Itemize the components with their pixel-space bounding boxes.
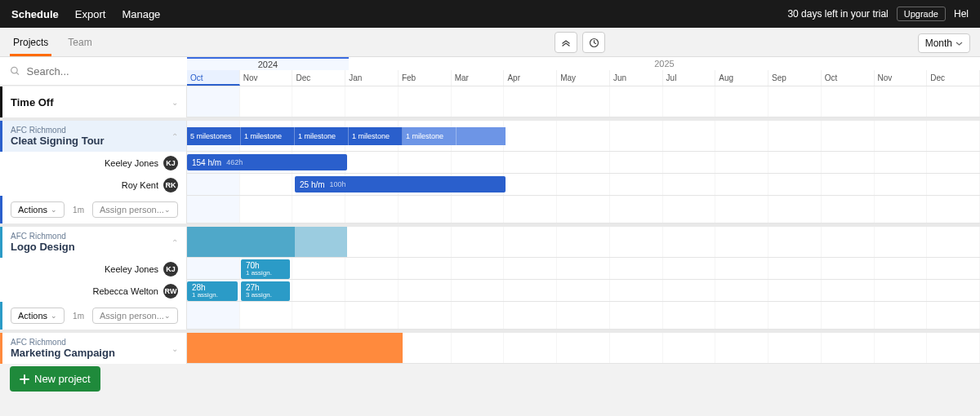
chevron-down-icon[interactable]: ⌄ [172,98,178,107]
help-link[interactable]: Hel [954,8,969,20]
allocation-bar[interactable]: 70h 1 assign. [241,259,290,279]
chevron-up-icon[interactable]: ⌃ [172,238,178,247]
milestone-seg[interactable]: 1 milestone [349,127,403,145]
collapse-all-button[interactable] [555,32,577,53]
milestone-seg[interactable]: 1 milestone [403,127,457,145]
overview-bar[interactable] [187,227,295,257]
content: 2024 2025 Oct Nov Dec Jan Feb Mar Apr Ma… [0,57,980,86]
bar-assign: 1 assign. [246,270,272,277]
actions-timeline [187,196,980,223]
today-button[interactable] [582,32,605,53]
chevron-down-icon: ⌄ [164,312,171,320]
person-timeline[interactable]: 25 h/m 100h [187,174,980,196]
allocation-bar[interactable]: 28h 1 assign. [187,281,238,301]
person-row: Keeley Jones KJ 70h 1 assign. [0,258,980,280]
upgrade-button[interactable]: Upgrade [897,7,946,21]
actions-label: Actions [18,205,47,215]
project-logo-design: AFC Richmond Logo Design ⌃ [0,223,980,258]
zoom-label: Month [925,38,952,49]
project-header[interactable]: AFC Richmond Marketing Campaign ⌄ [0,333,187,364]
project-overview-row[interactable] [187,227,980,258]
person-timeline[interactable]: 28h 1 assign. 27h 3 assign. [187,280,980,302]
new-project-button[interactable]: New project [10,366,100,392]
person-row: Rebecca Welton RW 28h 1 assign. 27h 3 as… [0,280,980,302]
project-client: AFC Richmond [11,338,178,347]
time-off-title: Time Off [11,96,54,108]
subbar: Projects Team Month [0,28,980,57]
actions-label: Actions [18,311,47,321]
month-mar[interactable]: Mar [452,70,505,86]
allocation-bar[interactable]: 25 h/m 100h [295,176,506,193]
month-nov[interactable]: Nov [240,70,293,86]
month-jan[interactable]: Jan [345,70,399,86]
month-oct[interactable]: Oct [187,70,240,86]
avatar: RK [163,178,178,193]
trial-text: 30 days left in your trial [787,8,888,20]
month-oct2[interactable]: Oct [822,70,875,86]
bar-hours: 25 h/m [300,180,325,189]
overview-bar[interactable] [295,227,347,257]
month-apr[interactable]: Apr [504,70,557,86]
milestone-seg[interactable]: 1 milestone [241,127,295,145]
milestone-seg[interactable]: 1 milestone [295,127,349,145]
tab-schedule[interactable]: Schedule [11,8,59,20]
actions-button[interactable]: Actions ⌄ [11,308,65,324]
person-name: Rebecca Welton [92,286,158,296]
left-column [0,57,187,86]
year-row: 2024 2025 [187,57,980,70]
month-dec[interactable]: Dec [292,70,345,86]
clock-icon [589,38,599,48]
zoom-select[interactable]: Month [918,33,970,53]
month-feb[interactable]: Feb [399,70,452,86]
time-off-header[interactable]: Time Off ⌄ [0,86,187,117]
subbar-tabs: Projects Team [10,28,96,56]
chevron-down-icon[interactable]: ⌄ [172,344,178,353]
overview-bar[interactable] [187,333,403,363]
month-row: Oct Nov Dec Jan Feb Mar Apr May Jun Jul … [187,70,980,86]
project-name: Cleat Signing Tour [11,135,178,147]
milestone-seg[interactable] [457,127,506,145]
allocation-bar[interactable]: 154 h/m 462h [187,154,347,170]
allocation-bar[interactable]: 27h 3 assign. [241,281,290,301]
bar-assign: 1 assign. [192,292,218,299]
month-jul[interactable]: Jul [663,70,716,86]
month-may[interactable]: May [557,70,610,86]
assign-person-select[interactable]: Assign person... ⌄ [92,308,178,324]
project-header[interactable]: AFC Richmond Cleat Signing Tour ⌃ [0,121,187,152]
tab-manage[interactable]: Manage [122,8,160,20]
person-keeley[interactable]: Keeley Jones KJ [0,152,187,174]
bar-total: 100h [330,180,346,188]
project-name: Logo Design [11,241,178,253]
assign-person-select[interactable]: Assign person... ⌄ [92,201,178,218]
actions-button[interactable]: Actions ⌄ [11,201,65,218]
tab-export[interactable]: Export [75,8,106,20]
project-header[interactable]: AFC Richmond Logo Design ⌃ [0,227,187,258]
project-name: Marketing Campaign [11,347,178,359]
time-off-timeline[interactable] [187,86,980,117]
bar-assign: 3 assign. [246,292,272,299]
month-sep[interactable]: Sep [768,70,822,86]
month-dec2[interactable]: Dec [927,70,980,86]
person-rebecca[interactable]: Rebecca Welton RW [0,280,187,302]
project-client: AFC Richmond [11,126,178,135]
person-row: Roy Kent RK 25 h/m 100h [0,174,980,196]
person-timeline[interactable]: 70h 1 assign. [187,258,980,280]
month-jun[interactable]: Jun [610,70,663,86]
subtab-projects[interactable]: Projects [10,28,51,56]
svg-point-1 [11,67,18,73]
project-cleat-signing: AFC Richmond Cleat Signing Tour ⌃ 5 mile… [0,117,980,152]
project-marketing: AFC Richmond Marketing Campaign ⌄ [0,330,980,364]
bar-total: 462h [226,158,243,166]
person-keeley[interactable]: Keeley Jones KJ [0,258,187,280]
milestone-seg[interactable]: 5 milestones [187,127,241,145]
search-input[interactable] [27,65,177,77]
person-timeline[interactable]: 154 h/m 462h [187,152,980,174]
project-milestone-row[interactable]: 5 milestones 1 milestone 1 milestone 1 m… [187,121,980,152]
month-nov2[interactable]: Nov [875,70,928,86]
chevron-up-icon[interactable]: ⌃ [172,132,178,141]
project-overview-row[interactable] [187,333,980,364]
subtab-team[interactable]: Team [65,28,95,56]
avatar: KJ [163,156,178,170]
person-roy[interactable]: Roy Kent RK [0,174,187,196]
month-aug[interactable]: Aug [715,70,768,86]
